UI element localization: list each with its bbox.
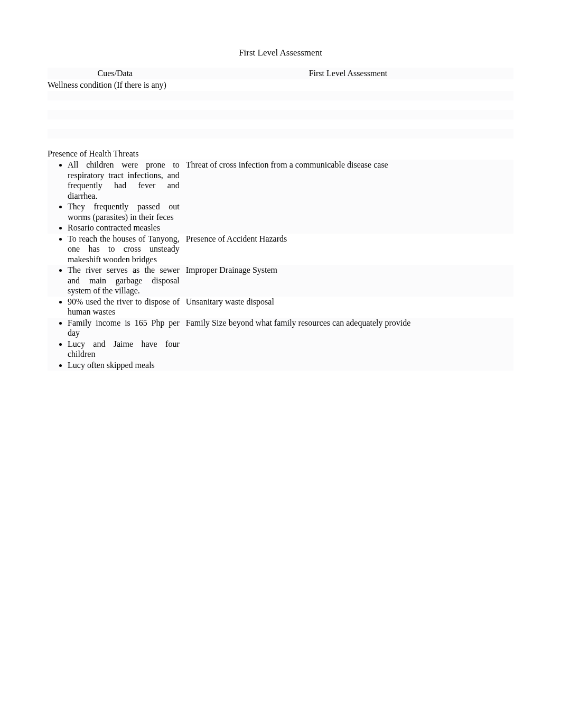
- cues-list: To reach the houses of Tanyong, one has …: [48, 234, 183, 265]
- list-item: To reach the houses of Tanyong, one has …: [68, 234, 180, 265]
- list-item: 90% used the river to dispose of human w…: [68, 297, 180, 318]
- document-page: First Level Assessment Cues/Data First L…: [0, 0, 561, 728]
- cues-cell: The river serves as the sewer and main g…: [48, 265, 183, 297]
- spacer-row: [48, 139, 513, 148]
- assessment-cell: Improper Drainage System: [183, 265, 513, 297]
- list-item: Lucy and Jaime have four children: [68, 339, 180, 360]
- spacer-row: [48, 100, 513, 110]
- header-cues: Cues/Data: [48, 68, 183, 79]
- list-item: Rosario contracted measles: [68, 223, 180, 234]
- health-threats-heading-row: Presence of Health Threats: [48, 148, 513, 160]
- table-row: 90% used the river to dispose of human w…: [48, 297, 513, 318]
- cues-list: Family income is 165 Php per day Lucy an…: [48, 318, 183, 371]
- list-item: Family income is 165 Php per day: [68, 318, 180, 339]
- table-row: To reach the houses of Tanyong, one has …: [48, 234, 513, 265]
- list-item: The river serves as the sewer and main g…: [68, 265, 180, 297]
- list-item: All children were prone to respiratory t…: [68, 160, 180, 201]
- assessment-cell: Family Size beyond what family resources…: [183, 318, 513, 371]
- cues-list: The river serves as the sewer and main g…: [48, 265, 183, 297]
- wellness-row: Wellness condition (If there is any): [48, 79, 513, 91]
- page-title: First Level Assessment: [48, 48, 513, 58]
- table-header-row: Cues/Data First Level Assessment: [48, 68, 513, 79]
- assessment-cell: Threat of cross infection from a communi…: [183, 160, 513, 234]
- assessment-cell: Unsanitary waste disposal: [183, 297, 513, 318]
- table-row: Family income is 165 Php per day Lucy an…: [48, 318, 513, 371]
- cues-cell: 90% used the river to dispose of human w…: [48, 297, 183, 318]
- health-threats-heading: Presence of Health Threats: [48, 148, 513, 160]
- table-row: The river serves as the sewer and main g…: [48, 265, 513, 297]
- list-item: They frequently passed out worms (parasi…: [68, 201, 180, 223]
- cues-list: All children were prone to respiratory t…: [48, 160, 183, 234]
- cues-cell: All children were prone to respiratory t…: [48, 160, 183, 234]
- assessment-table: Cues/Data First Level Assessment Wellnes…: [48, 68, 513, 371]
- table-row: All children were prone to respiratory t…: [48, 160, 513, 234]
- header-assessment: First Level Assessment: [183, 68, 513, 79]
- assessment-cell: Presence of Accident Hazards: [183, 234, 513, 265]
- cues-list: 90% used the river to dispose of human w…: [48, 297, 183, 318]
- cues-cell: Family income is 165 Php per day Lucy an…: [48, 318, 183, 371]
- cues-cell: To reach the houses of Tanyong, one has …: [48, 234, 183, 265]
- wellness-cell: Wellness condition (If there is any): [48, 79, 513, 91]
- spacer-row: [48, 129, 513, 139]
- spacer-row: [48, 110, 513, 119]
- spacer-row: [48, 91, 513, 100]
- list-item: Lucy often skipped meals: [68, 360, 180, 371]
- spacer-row: [48, 119, 513, 129]
